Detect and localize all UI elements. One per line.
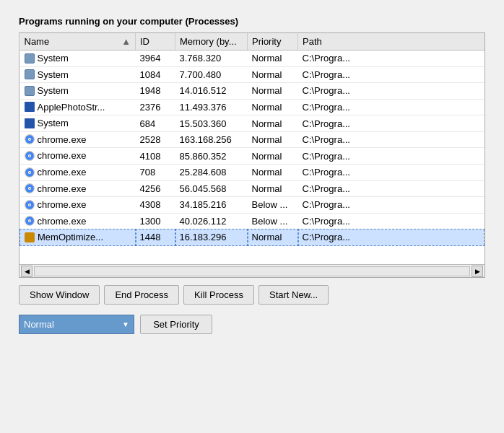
lock-icon: [25, 69, 35, 79]
cell-path: C:\Progra...: [298, 197, 485, 214]
table-row[interactable]: System 3964 3.768.320 Normal C:\Progra..…: [20, 51, 485, 67]
horizontal-scrollbar[interactable]: ◀ ▶: [19, 264, 485, 277]
process-table-container: Name ▲ ID Memory (by... Priority: [19, 32, 485, 278]
table-row[interactable]: System 684 15.503.360 Normal C:\Progra..…: [20, 115, 485, 132]
cell-id: 1948: [136, 83, 175, 100]
chrome-icon: [25, 134, 35, 144]
show-window-button[interactable]: Show Window: [19, 285, 100, 305]
cell-path: C:\Progra...: [298, 180, 485, 197]
cell-priority: Normal: [248, 148, 298, 165]
cell-memory: 3.768.320: [175, 51, 248, 67]
table-scroll-area[interactable]: Name ▲ ID Memory (by... Priority: [19, 33, 485, 264]
scroll-x-track[interactable]: [34, 266, 470, 276]
cell-id: 4256: [136, 180, 175, 197]
cell-path: C:\Progra...: [298, 131, 485, 148]
start-new-button[interactable]: Start New...: [258, 285, 329, 305]
priority-select-wrapper[interactable]: RealtimeHighAbove NormalNormalBelow Norm…: [19, 315, 134, 334]
table-row[interactable]: chrome.exe 2528 163.168.256 Normal C:\Pr…: [20, 131, 485, 148]
cell-memory: 7.700.480: [175, 66, 248, 83]
cell-name: System: [20, 115, 136, 132]
cell-path: C:\Progra...: [298, 115, 485, 132]
table-row[interactable]: chrome.exe 708 25.284.608 Normal C:\Prog…: [20, 164, 485, 180]
grid-icon: [25, 102, 35, 112]
chrome-icon: [25, 183, 35, 193]
col-header-name[interactable]: Name ▲: [20, 33, 136, 51]
table-row[interactable]: chrome.exe 4308 34.185.216 Below ... C:\…: [20, 197, 485, 214]
col-header-path[interactable]: Path: [298, 33, 485, 51]
cell-path: C:\Progra...: [298, 66, 485, 83]
cell-priority: Normal: [248, 99, 298, 115]
cell-name: chrome.exe: [20, 148, 136, 165]
cell-memory: 14.016.512: [175, 83, 248, 100]
cell-id: 2528: [136, 131, 175, 148]
priority-row: RealtimeHighAbove NormalNormalBelow Norm…: [19, 315, 485, 334]
cell-name: chrome.exe: [20, 197, 136, 214]
cell-priority: Normal: [248, 66, 298, 83]
lock-icon: [25, 53, 35, 64]
cell-name: chrome.exe: [20, 180, 136, 197]
table-row[interactable]: chrome.exe 4256 56.045.568 Normal C:\Pro…: [20, 180, 485, 197]
panel-title: Programs running on your computer (Proce…: [19, 16, 485, 27]
cell-path: C:\Progra...: [298, 229, 485, 246]
chrome-icon: [25, 151, 35, 161]
cell-memory: 15.503.360: [175, 115, 248, 132]
priority-select[interactable]: RealtimeHighAbove NormalNormalBelow Norm…: [19, 315, 118, 333]
cell-memory: 85.860.352: [175, 148, 248, 165]
end-process-button[interactable]: End Process: [104, 285, 179, 305]
cell-priority: Normal: [248, 180, 298, 197]
table-row[interactable]: chrome.exe 4108 85.860.352 Normal C:\Pro…: [20, 148, 485, 165]
cell-memory: 16.183.296: [175, 229, 248, 246]
col-header-priority[interactable]: Priority: [248, 33, 298, 51]
table-row[interactable]: ApplePhotoStr... 2376 11.493.376 Normal …: [20, 99, 485, 115]
cell-path: C:\Progra...: [298, 148, 485, 165]
table-row[interactable]: System 1084 7.700.480 Normal C:\Progra..…: [20, 66, 485, 83]
cell-priority: Normal: [248, 131, 298, 148]
cell-priority: Normal: [248, 51, 298, 67]
process-table: Name ▲ ID Memory (by... Priority: [19, 33, 485, 246]
cell-priority: Normal: [248, 83, 298, 100]
chrome-icon: [25, 216, 35, 226]
table-row[interactable]: MemOptimize... 1448 16.183.296 Normal C:…: [20, 229, 485, 246]
cell-name: System: [20, 66, 136, 83]
cell-name: System: [20, 51, 136, 67]
action-buttons-row: Show Window End Process Kill Process Sta…: [19, 285, 485, 305]
cell-id: 3964: [136, 51, 175, 67]
cell-name: MemOptimize...: [20, 229, 136, 246]
chrome-icon: [25, 200, 35, 210]
cell-memory: 163.168.256: [175, 131, 248, 148]
chevron-down-icon: ▼: [118, 317, 134, 332]
lock-icon: [25, 86, 35, 96]
cell-memory: 34.185.216: [175, 197, 248, 214]
cell-name: System: [20, 83, 136, 100]
cell-name: ApplePhotoStr...: [20, 99, 136, 115]
cell-id: 4108: [136, 148, 175, 165]
cell-memory: 11.493.376: [175, 99, 248, 115]
sort-arrow-name: ▲: [121, 36, 131, 47]
mem-icon: [25, 232, 35, 242]
cell-priority: Normal: [248, 115, 298, 132]
scroll-left-btn[interactable]: ◀: [21, 266, 32, 277]
cell-id: 684: [136, 115, 175, 132]
table-row[interactable]: chrome.exe 1300 40.026.112 Below ... C:\…: [20, 213, 485, 229]
grid-icon: [25, 118, 35, 128]
scroll-right-btn[interactable]: ▶: [472, 266, 483, 277]
cell-path: C:\Progra...: [298, 51, 485, 67]
set-priority-button[interactable]: Set Priority: [140, 315, 212, 334]
process-table-wrapper: Name ▲ ID Memory (by... Priority: [19, 32, 485, 278]
cell-name: chrome.exe: [20, 131, 136, 148]
cell-id: 1448: [136, 229, 175, 246]
cell-id: 4308: [136, 197, 175, 214]
kill-process-button[interactable]: Kill Process: [183, 285, 254, 305]
cell-memory: 40.026.112: [175, 213, 248, 229]
cell-path: C:\Progra...: [298, 83, 485, 100]
cell-path: C:\Progra...: [298, 99, 485, 115]
cell-name: chrome.exe: [20, 164, 136, 180]
main-panel: Programs running on your computer (Proce…: [10, 7, 494, 343]
cell-name: chrome.exe: [20, 213, 136, 229]
col-header-memory[interactable]: Memory (by...: [175, 33, 248, 51]
table-row[interactable]: System 1948 14.016.512 Normal C:\Progra.…: [20, 83, 485, 100]
chrome-icon: [25, 167, 35, 178]
cell-priority: Normal: [248, 229, 298, 246]
cell-memory: 56.045.568: [175, 180, 248, 197]
col-header-id[interactable]: ID: [136, 33, 175, 51]
